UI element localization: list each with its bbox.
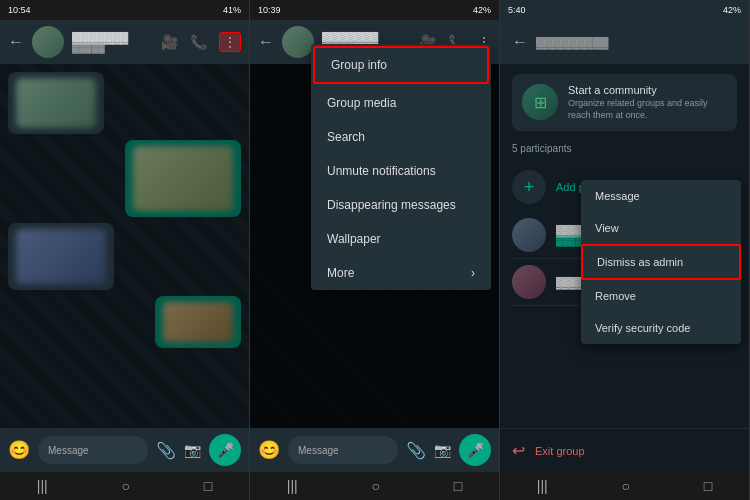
- community-desc: Organize related groups and easily reach…: [568, 98, 727, 121]
- chat-bottom-1: 😊 Message 📎 📷 🎤: [0, 428, 249, 472]
- context-message[interactable]: Message: [581, 180, 741, 212]
- time-3: 5:40: [508, 5, 526, 15]
- back-button-2[interactable]: ←: [258, 33, 274, 51]
- nav-home-2[interactable]: ○: [371, 478, 379, 494]
- chat-name-1: ▓▓▓▓▓▓▓: [72, 31, 153, 43]
- exit-label: Exit group: [535, 445, 585, 457]
- participants-label: 5 participants: [512, 143, 737, 154]
- camera-button-1[interactable]: 📷: [184, 442, 201, 458]
- nav-back-3[interactable]: |||: [537, 478, 548, 494]
- menu-item-wallpaper[interactable]: Wallpaper: [311, 222, 491, 256]
- chat-area-1: [0, 64, 249, 428]
- menu-item-unmute[interactable]: Unmute notifications: [311, 154, 491, 188]
- message-bubble-in-1: [8, 72, 104, 134]
- context-verify[interactable]: Verify security code: [581, 312, 741, 344]
- message-placeholder-2: Message: [298, 445, 339, 456]
- participant-avatar-2: [512, 265, 546, 299]
- context-remove[interactable]: Remove: [581, 280, 741, 312]
- message-bubble-in-2: [8, 223, 114, 290]
- nav-home-1[interactable]: ○: [121, 478, 129, 494]
- context-menu: Message View Dismiss as admin Remove Ver…: [581, 180, 741, 344]
- nav-bar-1: ||| ○ □: [0, 472, 249, 500]
- menu-item-disappearing[interactable]: Disappearing messages: [311, 188, 491, 222]
- community-title: Start a community: [568, 84, 727, 96]
- community-icon: ⊞: [522, 84, 558, 120]
- status-icons-1: 41%: [223, 5, 241, 15]
- header-info-1: ▓▓▓▓▓▓▓ ▓▓▓▓▓: [72, 31, 153, 53]
- battery-1: 41%: [223, 5, 241, 15]
- panel-1-chat: 10:54 41% ← ▓▓▓▓▓▓▓ ▓▓▓▓▓ 🎥 📞 ⋮: [0, 0, 250, 500]
- nav-home-3[interactable]: ○: [621, 478, 629, 494]
- nav-bar-3: ||| ○ □: [500, 472, 749, 500]
- chat-messages-1: [0, 64, 249, 428]
- more-menu-icon[interactable]: ⋮: [219, 32, 241, 52]
- emoji-button-2[interactable]: 😊: [258, 439, 280, 461]
- nav-recent-3[interactable]: □: [704, 478, 712, 494]
- menu-item-more[interactable]: More ›: [311, 256, 491, 290]
- back-button-3[interactable]: ←: [512, 33, 528, 51]
- chat-status-1: ▓▓▓▓▓: [72, 43, 153, 53]
- nav-recent-2[interactable]: □: [454, 478, 462, 494]
- nav-recent-1[interactable]: □: [204, 478, 212, 494]
- time-2: 10:39: [258, 5, 281, 15]
- emoji-button-1[interactable]: 😊: [8, 439, 30, 461]
- time-1: 10:54: [8, 5, 31, 15]
- group-info-wrapper: Group info: [313, 46, 489, 84]
- nav-back-2[interactable]: |||: [287, 478, 298, 494]
- avatar-2: [282, 26, 314, 58]
- menu-item-group-media[interactable]: Group media: [311, 86, 491, 120]
- voice-call-icon[interactable]: 📞: [190, 34, 207, 50]
- mic-button-1[interactable]: 🎤: [209, 434, 241, 466]
- panel-3-group-info: 5:40 42% ← ▓▓▓▓▓▓▓▓▓ ⊞ Start a community…: [500, 0, 750, 500]
- status-icons-2: 42%: [473, 5, 491, 15]
- message-input-2[interactable]: Message: [288, 436, 398, 464]
- message-bubble-out-2: [155, 296, 241, 348]
- message-placeholder-1: Message: [48, 445, 89, 456]
- panel-2-menu: 10:39 42% ← ▓▓▓▓▓▓▓ ▓▓▓▓▓ 🎥 📞 ⋮ Group in…: [250, 0, 500, 500]
- chat-name-2: ▓▓▓▓▓▓▓: [322, 31, 411, 43]
- battery-2: 42%: [473, 5, 491, 15]
- nav-bar-2: ||| ○ □: [250, 472, 499, 500]
- video-call-icon[interactable]: 🎥: [161, 34, 178, 50]
- status-bar-1: 10:54 41%: [0, 0, 249, 20]
- status-bar-3: 5:40 42%: [500, 0, 749, 20]
- exit-icon: ↩: [512, 441, 525, 460]
- community-card[interactable]: ⊞ Start a community Organize related gro…: [512, 74, 737, 131]
- dropdown-menu: Group info Group media Search Unmute not…: [311, 44, 491, 290]
- avatar-1: [32, 26, 64, 58]
- context-dismiss-admin[interactable]: Dismiss as admin: [581, 244, 741, 280]
- attach-button-2[interactable]: 📎: [406, 441, 426, 460]
- message-input-1[interactable]: Message: [38, 436, 148, 464]
- attach-button-1[interactable]: 📎: [156, 441, 176, 460]
- participant-avatar-1: [512, 218, 546, 252]
- context-view[interactable]: View: [581, 212, 741, 244]
- exit-group[interactable]: ↩ Exit group: [500, 428, 749, 472]
- battery-3: 42%: [723, 5, 741, 15]
- menu-item-group-info[interactable]: Group info: [315, 48, 487, 82]
- message-bubble-out-1: [125, 140, 241, 217]
- status-icons-3: 42%: [723, 5, 741, 15]
- chat-bottom-2: 😊 Message 📎 📷 🎤: [250, 428, 499, 472]
- group-info-title: ▓▓▓▓▓▓▓▓▓: [536, 36, 608, 48]
- back-button-1[interactable]: ←: [8, 33, 24, 51]
- nav-back-1[interactable]: |||: [37, 478, 48, 494]
- status-bar-2: 10:39 42%: [250, 0, 499, 20]
- mic-button-2[interactable]: 🎤: [459, 434, 491, 466]
- community-text: Start a community Organize related group…: [568, 84, 727, 121]
- header-icons-1: 🎥 📞 ⋮: [161, 32, 241, 52]
- chat-header-1: ← ▓▓▓▓▓▓▓ ▓▓▓▓▓ 🎥 📞 ⋮: [0, 20, 249, 64]
- camera-button-2[interactable]: 📷: [434, 442, 451, 458]
- menu-item-search[interactable]: Search: [311, 120, 491, 154]
- add-icon: +: [512, 170, 546, 204]
- group-header: ← ▓▓▓▓▓▓▓▓▓: [500, 20, 749, 64]
